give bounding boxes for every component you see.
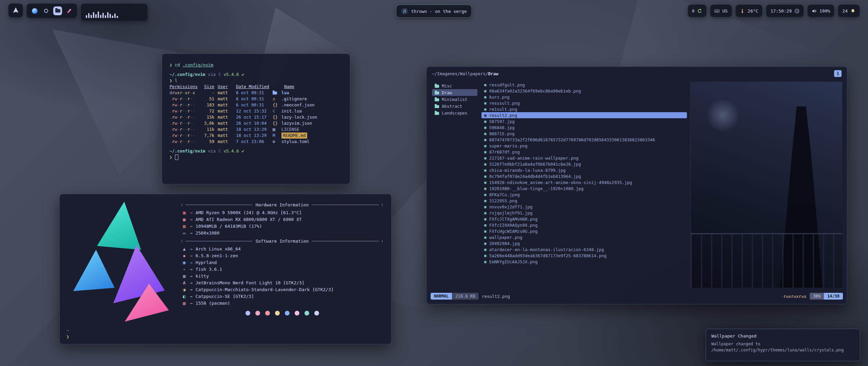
file-row[interactable]: ▣587597.jpg: [481, 118, 687, 124]
fetch-packages: ▧→1558 (pacman): [182, 300, 382, 307]
sidebar-folder-draw[interactable]: Draw: [432, 89, 477, 96]
shell-context-line: ~/.config/nvim via ☾ v5.4.6 ✔: [170, 148, 342, 154]
image-file-icon: ▣: [484, 168, 487, 172]
file-row[interactable]: ▣8FKa7Cu.jpeg: [481, 191, 687, 198]
status-updates[interactable]: 0: [688, 4, 707, 17]
icons-icon: ◧: [182, 293, 187, 300]
statusbar-permissions: -rwxrwxrwx: [781, 294, 806, 299]
file-row[interactable]: ▣atardecer-en-la-montanas-ilustracion-63…: [481, 246, 687, 252]
image-file-icon: ▣: [484, 144, 487, 148]
arrow-icon: →: [190, 293, 193, 300]
file-list: ▣ressdfgult.png▣08a634fa02a32364f69ebc86…: [481, 82, 687, 288]
fetch-wm: ▣→Hyprland: [182, 259, 382, 266]
topbar-status: 0US26°C17:50:29100%24: [688, 4, 860, 17]
file-row[interactable]: ▣kurz.png: [481, 94, 687, 100]
tab-indicator[interactable]: 1: [834, 70, 842, 77]
terminal-icon: ▥: [182, 273, 187, 280]
file-manager-window[interactable]: ~/Imagenes/Wallpapers/Draw 1 MiscDrawMin…: [426, 66, 847, 304]
file-row[interactable]: ▣result2.png: [481, 112, 687, 118]
sidebar-folder-abstract[interactable]: Abstract: [432, 103, 477, 109]
status-volume[interactable]: 100%: [807, 4, 834, 17]
workspace-paint[interactable]: [65, 6, 74, 15]
workspace-chat[interactable]: [42, 6, 51, 15]
markdown-icon: M: [273, 133, 281, 139]
status-keyboard-layout[interactable]: US: [710, 4, 732, 17]
folder-icon: [435, 92, 439, 95]
section-title: Hardware Information: [182, 201, 382, 208]
image-file-icon: ▣: [484, 101, 487, 105]
display-icon: ▭: [182, 230, 187, 237]
lua-moon-icon: ☾: [218, 148, 221, 154]
file-row[interactable]: ▣87r687df.png: [481, 149, 687, 155]
file-row[interactable]: ▣wallpaper.png: [481, 234, 687, 240]
media-widget[interactable]: thrown - on the verge: [396, 5, 472, 18]
file-row[interactable]: ▣5a266e448add93deab367d87173e9f25-683788…: [481, 252, 687, 259]
visualizer-bar: [95, 14, 97, 18]
file-row[interactable]: ▣154928-odinokoe_anime-art-anime-okno-si…: [481, 179, 687, 185]
system-info: Hardware Information▦→AMD Ryzen 9 5900X …: [182, 201, 382, 307]
ls-row: .rw-r--r--3,0kmatt26 oct 10:04{}lazyvim.…: [170, 120, 342, 126]
fetch-shell: ›→fish 3.6.1: [182, 266, 382, 273]
file-row[interactable]: ▣68747470733a2f2f696d616765732d7769786d7…: [481, 137, 687, 143]
file-row[interactable]: ▣FXfcJlTXgAMvH6R.png: [481, 216, 687, 222]
prompt-symbol: ❯: [170, 78, 172, 84]
packages-icon: ▧: [182, 300, 187, 307]
text-cursor: [175, 155, 178, 160]
fetch-cpu: ▦→AMD Ryzen 9 5900X (24) @ 4.9GHz [61.3°…: [182, 209, 382, 216]
visualizer-bar: [102, 13, 104, 18]
status-notifications[interactable]: 24: [838, 4, 860, 17]
visualizer-bar: [93, 12, 94, 18]
prompt-symbol: ❯: [170, 154, 172, 160]
notification-popup[interactable]: Wallpaper Changed Wallpaper changed to /…: [706, 329, 860, 361]
folder-icon: [435, 98, 439, 101]
file-row[interactable]: ▣rsjqojlmjhf91.jpg: [481, 210, 687, 216]
status-temperature[interactable]: 26°C: [735, 4, 763, 17]
folder-icon: [435, 105, 439, 108]
image-file-icon: ▣: [484, 217, 487, 221]
file-row[interactable]: ▣08a634fa02a32364f69ebc86a98eb1eb.png: [481, 88, 687, 94]
arrow-icon: →: [190, 252, 193, 259]
file-row[interactable]: ▣EeNKYgIUcAAJ5JX.png: [481, 259, 687, 265]
file-row[interactable]: ▣0c794faf07de24a4db4d4fb1eb813964.jpg: [481, 173, 687, 179]
notification-body: Wallpaper changed to /home/matt/.config/…: [711, 341, 854, 353]
file-row[interactable]: ▣chica-mirando-la-luna-8799.jpg: [481, 167, 687, 173]
image-file-icon: ▣: [484, 131, 487, 136]
file-row[interactable]: ▣resssult.png: [481, 100, 687, 106]
file-row[interactable]: ▣FXfcHgcWIAMzs0G.png: [481, 228, 687, 234]
sidebar-folder-minimalist[interactable]: Minimalist: [432, 96, 477, 103]
workspace-files[interactable]: [53, 6, 62, 15]
gear-icon: ⚙: [273, 139, 281, 145]
file-row[interactable]: ▣super-mario.png: [481, 143, 687, 149]
file-row[interactable]: ▣nnvuv0xj2df71.jpg: [481, 204, 687, 210]
lua-moon-icon: ☾: [218, 72, 221, 78]
fetch-os: ▲→Arch Linux x86_64: [182, 246, 382, 252]
file-row[interactable]: ▣3122955.png: [481, 198, 687, 204]
file-row[interactable]: ▣866715.png: [481, 130, 687, 137]
file-row[interactable]: ▣3126f7e9bbf21a8a4af0b67b041c6e26.jpg: [481, 161, 687, 167]
terminal-window[interactable]: ❯ cd .config/nvim ~/.config/nvim via ☾ v…: [162, 54, 350, 184]
file-row[interactable]: ▣re1sult.png: [481, 106, 687, 112]
image-file-icon: ▣: [484, 119, 487, 124]
status-clock[interactable]: 17:50:29: [766, 4, 804, 17]
paint-icon: [67, 8, 72, 13]
file-row[interactable]: ▣20492984.jpg: [481, 240, 687, 246]
image-file-icon: ▣: [484, 247, 487, 252]
file-row[interactable]: ▣596848.jpg: [481, 124, 687, 130]
file-row[interactable]: ▣217167-sad-anime-rain-wallpaper.png: [481, 155, 687, 161]
workspace-switcher[interactable]: [26, 3, 77, 18]
browser-icon: [32, 8, 38, 14]
file-row[interactable]: ▣ressdfgult.png: [481, 82, 687, 88]
image-file-icon: ▣: [484, 205, 487, 209]
launcher-button[interactable]: [8, 3, 23, 18]
fetch-display: ▭→868x366: [182, 230, 382, 237]
fastfetch-terminal[interactable]: Hardware Information▦→AMD Ryzen 9 5900X …: [59, 194, 392, 344]
file-row[interactable]: ▣FXfcII0X0AQyn9X.png: [481, 222, 687, 228]
volume-value: 100%: [820, 8, 830, 14]
image-file-icon: ▣: [484, 199, 487, 203]
sidebar-folder-landscapes[interactable]: Landscapes: [432, 109, 477, 116]
workspace-browser[interactable]: [30, 6, 39, 15]
folder-icon: [435, 85, 439, 88]
arrow-icon: →: [190, 266, 193, 273]
file-row[interactable]: ▣19201080-__blue-tinge__-1920×1080.jpg: [481, 185, 687, 191]
sidebar-folder-misc[interactable]: Misc: [432, 82, 477, 89]
